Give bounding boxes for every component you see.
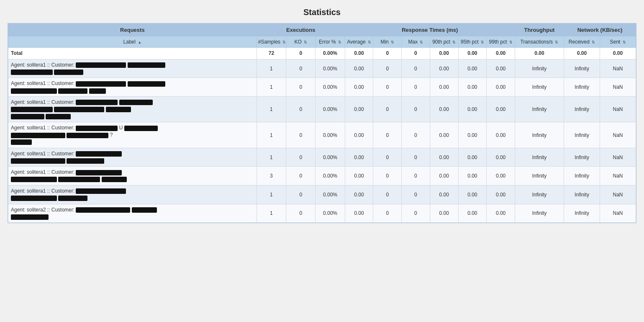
col-sent[interactable]: Sent ⇅ xyxy=(600,36,636,48)
row-ko-3: 0 xyxy=(286,122,316,148)
row-max-6: 0 xyxy=(402,185,430,204)
col-90th[interactable]: 90th pct ⇅ xyxy=(430,36,458,48)
table-body: Total 72 0 0.00% 0.00 0 0 0.00 0.00 0.00… xyxy=(8,48,636,223)
sort-ko-icon[interactable]: ⇅ xyxy=(304,40,307,44)
row-max-5: 0 xyxy=(402,167,430,185)
row-samples-5: 3 xyxy=(257,167,286,185)
sort-error-icon[interactable]: ⇅ xyxy=(338,40,341,44)
sort-95th-icon[interactable]: ⇅ xyxy=(481,40,484,44)
col-samples[interactable]: #Samples ⇅ xyxy=(257,36,286,48)
total-99th: 0.00 xyxy=(487,48,515,59)
sort-label-icon[interactable]: ▲ xyxy=(138,40,141,44)
row-average-4: 0.00 xyxy=(345,148,373,167)
row-label-5: Agent: solitera1 :: Customer: xyxy=(8,167,257,185)
col-received[interactable]: Received ⇅ xyxy=(564,36,600,48)
total-max: 0 xyxy=(402,48,430,59)
row-min-4: 0 xyxy=(373,148,402,167)
row-90th-0: 0.00 xyxy=(430,59,458,78)
sort-90th-icon[interactable]: ⇅ xyxy=(452,40,456,44)
sort-max-icon[interactable]: ⇅ xyxy=(420,40,423,44)
row-average-2: 0.00 xyxy=(345,96,373,122)
row-sent-4: NaN xyxy=(600,148,636,167)
row-transactions-4: Infinity xyxy=(515,148,564,167)
total-90th: 0.00 xyxy=(430,48,458,59)
col-average[interactable]: Average ⇅ xyxy=(345,36,373,48)
table-row: Agent: solitera1 :: Customer: 100.00%0.0… xyxy=(8,78,636,97)
col-95th[interactable]: 95th pct ⇅ xyxy=(458,36,487,48)
col-min[interactable]: Min ⇅ xyxy=(373,36,402,48)
row-transactions-0: Infinity xyxy=(515,59,564,78)
row-samples-4: 1 xyxy=(257,148,286,167)
row-label-0: Agent: solitera1 :: Customer: xyxy=(8,59,257,78)
row-95th-3: 0.00 xyxy=(458,122,487,148)
sort-average-icon[interactable]: ⇅ xyxy=(368,40,371,44)
row-samples-1: 1 xyxy=(257,78,286,97)
col-max[interactable]: Max ⇅ xyxy=(402,36,430,48)
row-error-3: 0.00% xyxy=(316,122,345,148)
row-max-0: 0 xyxy=(402,59,430,78)
col-transactions[interactable]: Transactions/s ⇅ xyxy=(515,36,564,48)
row-95th-6: 0.00 xyxy=(458,185,487,204)
row-min-5: 0 xyxy=(373,167,402,185)
row-90th-1: 0.00 xyxy=(430,78,458,97)
row-average-7: 0.00 xyxy=(345,204,373,223)
row-samples-3: 1 xyxy=(257,122,286,148)
row-average-0: 0.00 xyxy=(345,59,373,78)
col-error[interactable]: Error % ⇅ xyxy=(316,36,345,48)
sort-99th-icon[interactable]: ⇅ xyxy=(509,40,513,44)
row-ko-7: 0 xyxy=(286,204,316,223)
total-label: Total xyxy=(8,48,257,59)
row-error-5: 0.00% xyxy=(316,167,345,185)
row-error-4: 0.00% xyxy=(316,148,345,167)
sort-received-icon[interactable]: ⇅ xyxy=(592,40,595,44)
sort-transactions-icon[interactable]: ⇅ xyxy=(555,40,558,44)
row-sent-0: NaN xyxy=(600,59,636,78)
row-received-2: Infinity xyxy=(564,96,600,122)
row-90th-3: 0.00 xyxy=(430,122,458,148)
row-min-2: 0 xyxy=(373,96,402,122)
row-transactions-7: Infinity xyxy=(515,204,564,223)
group-executions: Executions xyxy=(257,24,345,36)
row-average-1: 0.00 xyxy=(345,78,373,97)
row-99th-2: 0.00 xyxy=(487,96,515,122)
row-sent-6: NaN xyxy=(600,185,636,204)
row-min-7: 0 xyxy=(373,204,402,223)
col-99th[interactable]: 99th pct ⇅ xyxy=(487,36,515,48)
col-label[interactable]: Label ▲ xyxy=(8,36,257,48)
row-99th-3: 0.00 xyxy=(487,122,515,148)
row-average-3: 0.00 xyxy=(345,122,373,148)
row-received-4: Infinity xyxy=(564,148,600,167)
table-row: Agent: solitera1 :: Customer: U ?100.00%… xyxy=(8,122,636,148)
total-error: 0.00% xyxy=(316,48,345,59)
row-samples-0: 1 xyxy=(257,59,286,78)
row-min-0: 0 xyxy=(373,59,402,78)
row-90th-4: 0.00 xyxy=(430,148,458,167)
row-90th-6: 0.00 xyxy=(430,185,458,204)
row-90th-5: 0.00 xyxy=(430,167,458,185)
row-error-0: 0.00% xyxy=(316,59,345,78)
col-header-row: Label ▲ #Samples ⇅ KO ⇅ Error % ⇅ Averag… xyxy=(8,36,636,48)
row-95th-0: 0.00 xyxy=(458,59,487,78)
row-label-7: Agent: solitera2 :: Customer: xyxy=(8,204,257,223)
total-ko: 0 xyxy=(286,48,316,59)
row-max-1: 0 xyxy=(402,78,430,97)
row-95th-5: 0.00 xyxy=(458,167,487,185)
row-received-5: Infinity xyxy=(564,167,600,185)
total-average: 0.00 xyxy=(345,48,373,59)
total-95th: 0.00 xyxy=(458,48,487,59)
sort-samples-icon[interactable]: ⇅ xyxy=(282,40,286,44)
sort-min-icon[interactable]: ⇅ xyxy=(391,40,394,44)
row-error-1: 0.00% xyxy=(316,78,345,97)
row-99th-6: 0.00 xyxy=(487,185,515,204)
row-average-5: 0.00 xyxy=(345,167,373,185)
row-max-2: 0 xyxy=(402,96,430,122)
row-max-4: 0 xyxy=(402,148,430,167)
row-95th-1: 0.00 xyxy=(458,78,487,97)
row-sent-2: NaN xyxy=(600,96,636,122)
col-ko[interactable]: KO ⇅ xyxy=(286,36,316,48)
sort-sent-icon[interactable]: ⇅ xyxy=(623,40,626,44)
row-transactions-3: Infinity xyxy=(515,122,564,148)
row-received-7: Infinity xyxy=(564,204,600,223)
group-network: Network (KB/sec) xyxy=(564,24,636,36)
row-transactions-2: Infinity xyxy=(515,96,564,122)
